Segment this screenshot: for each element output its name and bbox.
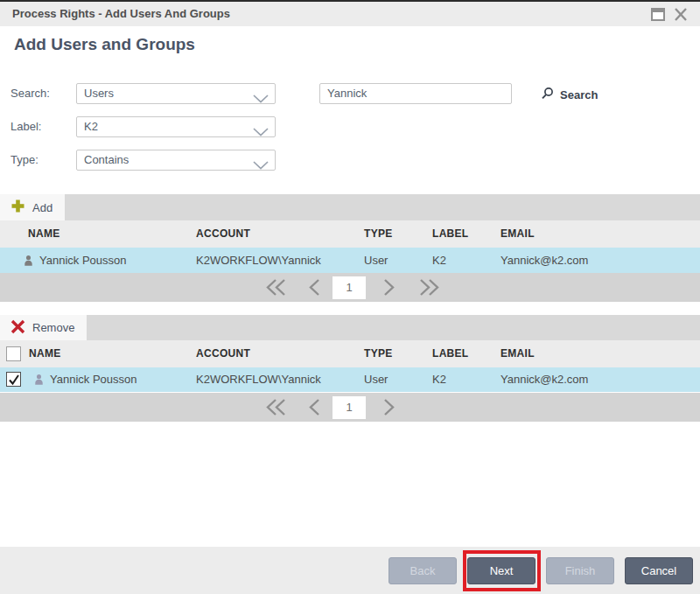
chevron-down-icon <box>253 90 269 109</box>
column-header-account: ACCOUNT <box>196 340 250 367</box>
remove-button[interactable]: Remove <box>0 315 87 340</box>
search-button[interactable]: Search <box>540 84 598 105</box>
cell-type: User <box>364 248 388 273</box>
label-label: Label: <box>10 116 41 137</box>
title-bar: Process Rights - Add Users And Groups <box>0 0 700 26</box>
chevron-down-icon <box>253 123 269 143</box>
search-icon <box>540 87 554 103</box>
add-users-groups-dialog: Process Rights - Add Users And Groups Ad… <box>0 0 700 594</box>
select-all-checkbox[interactable] <box>6 346 21 361</box>
cell-name: Yannick Pousson <box>39 248 127 273</box>
remove-x-icon <box>10 319 25 337</box>
add-button[interactable]: Add <box>0 194 65 220</box>
page-number[interactable]: 1 <box>332 276 366 299</box>
cell-email: Yannick@k2.com <box>500 248 588 273</box>
page-number[interactable]: 1 <box>332 396 366 419</box>
column-header-label: LABEL <box>432 220 469 248</box>
remove-button-label: Remove <box>32 321 74 334</box>
plus-icon <box>10 199 25 216</box>
cell-account: K2WORKFLOW\Yannick <box>196 248 321 273</box>
column-header-email: EMAIL <box>500 340 535 367</box>
chevron-down-icon <box>253 157 269 176</box>
cell-name: Yannick Pousson <box>50 367 137 392</box>
column-header-type: TYPE <box>364 220 393 248</box>
next-page-icon[interactable] <box>382 278 395 300</box>
column-header-name: NAME <box>28 220 60 248</box>
maximize-icon[interactable] <box>651 8 665 21</box>
cancel-button[interactable]: Cancel <box>625 557 693 584</box>
first-page-icon[interactable] <box>265 398 288 420</box>
type-label: Type: <box>10 150 38 171</box>
remove-toolbar: Remove <box>0 315 700 340</box>
column-header-account: ACCOUNT <box>196 220 250 248</box>
back-button[interactable]: Back <box>388 557 457 584</box>
selected-pagination: 1 <box>0 393 700 422</box>
selected-table-header: NAME ACCOUNT TYPE LABEL EMAIL <box>0 340 700 367</box>
label-select[interactable]: K2 <box>76 116 276 137</box>
first-page-icon[interactable] <box>265 278 288 300</box>
search-label: Search: <box>10 83 50 104</box>
cell-email: Yannick@k2.com <box>500 367 588 392</box>
cell-account: K2WORKFLOW\Yannick <box>196 367 321 392</box>
footer-bar: Back Next Finish Cancel <box>0 547 700 594</box>
search-query-input[interactable]: Yannick <box>319 83 512 104</box>
add-toolbar: Add <box>0 194 700 220</box>
type-value: Contains <box>84 153 129 166</box>
window-title: Process Rights - Add Users And Groups <box>12 2 230 26</box>
column-header-name: NAME <box>29 340 61 367</box>
search-query-value: Yannick <box>327 87 367 100</box>
cell-label: K2 <box>432 248 446 273</box>
column-header-label: LABEL <box>432 340 469 367</box>
finish-button[interactable]: Finish <box>546 557 614 584</box>
next-button[interactable]: Next <box>467 557 536 584</box>
search-scope-select[interactable]: Users <box>76 83 276 104</box>
cell-type: User <box>364 367 388 392</box>
results-pagination: 1 <box>0 273 700 302</box>
close-icon[interactable] <box>674 8 688 21</box>
search-button-label: Search <box>560 88 598 101</box>
row-checkbox-checked[interactable] <box>6 372 21 387</box>
column-header-email: EMAIL <box>500 220 535 248</box>
column-header-type: TYPE <box>364 340 393 367</box>
add-button-label: Add <box>32 201 52 214</box>
next-page-icon[interactable] <box>382 398 395 420</box>
cell-label: K2 <box>432 367 446 392</box>
user-icon <box>22 254 35 270</box>
results-table-header: NAME ACCOUNT TYPE LABEL EMAIL <box>0 220 700 248</box>
page-title: Add Users and Groups <box>14 35 195 54</box>
label-value: K2 <box>84 120 98 133</box>
search-scope-value: Users <box>84 87 114 100</box>
table-row[interactable]: Yannick Pousson K2WORKFLOW\Yannick User … <box>0 367 700 392</box>
last-page-icon[interactable] <box>417 278 440 300</box>
type-select[interactable]: Contains <box>76 150 276 171</box>
prev-page-icon[interactable] <box>309 398 321 420</box>
prev-page-icon[interactable] <box>309 278 321 300</box>
table-row[interactable]: Yannick Pousson K2WORKFLOW\Yannick User … <box>0 248 700 273</box>
user-icon <box>32 373 46 389</box>
